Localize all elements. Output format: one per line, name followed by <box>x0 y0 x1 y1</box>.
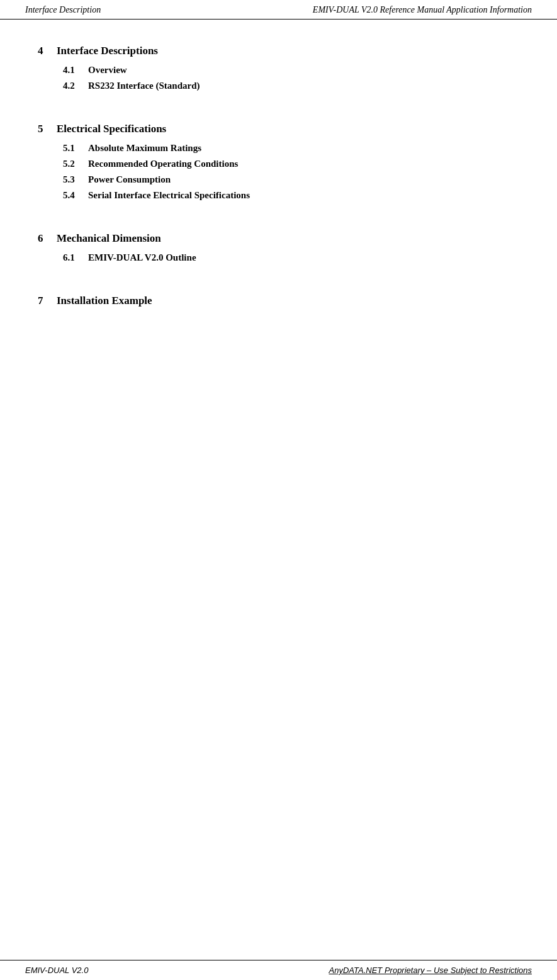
section-number-7: 7 <box>38 295 50 307</box>
subsection-label-4-1: Overview <box>88 65 127 76</box>
subsection-5-4: 5.4Serial Interface Electrical Specifica… <box>63 190 519 201</box>
subsection-6-1: 6.1EMIV-DUAL V2.0 Outline <box>63 252 519 263</box>
subsection-number-6-1: 6.1 <box>63 252 81 263</box>
subsection-label-5-4: Serial Interface Electrical Specificatio… <box>88 190 250 201</box>
header-left: Interface Description <box>25 5 101 15</box>
subsection-number-5-3: 5.3 <box>63 174 81 185</box>
subsection-label-4-2: RS232 Interface (Standard) <box>88 81 200 91</box>
section-title-6: 6Mechanical Dimension <box>38 232 519 245</box>
subsection-number-4-2: 4.2 <box>63 81 81 91</box>
subsection-label-5-3: Power Consumption <box>88 174 171 185</box>
subsection-5-1: 5.1Absolute Maximum Ratings <box>63 143 519 154</box>
subsection-number-4-1: 4.1 <box>63 65 81 76</box>
subsection-label-6-1: EMIV-DUAL V2.0 Outline <box>88 252 196 263</box>
page-header: Interface Description EMIV-DUAL V2.0 Ref… <box>0 0 557 20</box>
section-number-5: 5 <box>38 123 50 135</box>
section-4: 4Interface Descriptions4.1Overview4.2RS2… <box>38 45 519 91</box>
subsection-label-5-2: Recommended Operating Conditions <box>88 159 238 169</box>
section-title-7: 7Installation Example <box>38 295 519 307</box>
subsection-5-3: 5.3Power Consumption <box>63 174 519 185</box>
section-label-4: Interface Descriptions <box>57 45 158 57</box>
section-number-4: 4 <box>38 45 50 57</box>
section-5: 5Electrical Specifications5.1Absolute Ma… <box>38 123 519 201</box>
subsection-label-5-1: Absolute Maximum Ratings <box>88 143 201 154</box>
subsection-4-1: 4.1Overview <box>63 65 519 76</box>
main-content: 4Interface Descriptions4.1Overview4.2RS2… <box>0 20 557 364</box>
section-7: 7Installation Example <box>38 295 519 307</box>
header-right: EMIV-DUAL V2.0 Reference Manual Applicat… <box>313 5 532 15</box>
subsection-4-2: 4.2RS232 Interface (Standard) <box>63 81 519 91</box>
page-footer: EMIV-DUAL V2.0 AnyDATA.NET Proprietary –… <box>0 960 557 980</box>
section-label-6: Mechanical Dimension <box>57 232 161 245</box>
footer-right: AnyDATA.NET Proprietary – Use Subject to… <box>329 966 532 975</box>
subsection-number-5-2: 5.2 <box>63 159 81 169</box>
section-title-4: 4Interface Descriptions <box>38 45 519 57</box>
section-label-5: Electrical Specifications <box>57 123 166 135</box>
section-number-6: 6 <box>38 232 50 245</box>
subsection-number-5-1: 5.1 <box>63 143 81 154</box>
footer-left: EMIV-DUAL V2.0 <box>25 966 88 975</box>
subsection-number-5-4: 5.4 <box>63 190 81 201</box>
section-title-5: 5Electrical Specifications <box>38 123 519 135</box>
section-6: 6Mechanical Dimension6.1EMIV-DUAL V2.0 O… <box>38 232 519 263</box>
section-label-7: Installation Example <box>57 295 152 307</box>
subsection-5-2: 5.2Recommended Operating Conditions <box>63 159 519 169</box>
